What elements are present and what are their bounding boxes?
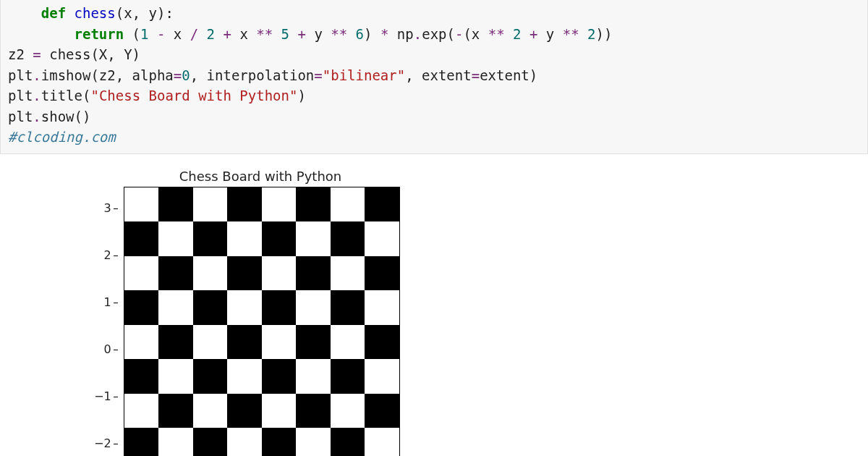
- board-square: [158, 394, 193, 428]
- board-square: [227, 428, 262, 456]
- board-square: [262, 325, 297, 360]
- board-square: [365, 256, 399, 291]
- board-square: [262, 428, 297, 456]
- board-square: [262, 394, 297, 428]
- board-square: [227, 187, 262, 222]
- board-square: [331, 394, 365, 428]
- board-square: [262, 221, 297, 256]
- board-square: [296, 428, 331, 456]
- board-square: [331, 221, 365, 256]
- board-square: [331, 187, 365, 222]
- board-square: [227, 290, 262, 325]
- kw-def: def: [41, 5, 66, 21]
- board-square: [262, 290, 297, 325]
- code-cell: def chess(x, y): return (1 - x / 2 + x *…: [0, 0, 868, 154]
- board-square: [365, 290, 399, 325]
- board-square: [331, 428, 365, 456]
- board-square: [227, 325, 262, 360]
- board-square: [124, 256, 159, 291]
- board-square: [365, 221, 399, 256]
- board-square: [262, 256, 297, 291]
- board-square: [365, 359, 399, 394]
- board-square: [296, 359, 331, 394]
- code-comment: #clcoding.com: [8, 129, 116, 145]
- board-square: [193, 256, 228, 291]
- board-square: [158, 290, 193, 325]
- y-axis: 3210−1−2−3: [94, 193, 124, 456]
- board-square: [331, 359, 365, 394]
- board-square: [158, 187, 193, 222]
- board-square: [296, 290, 331, 325]
- board-square: [331, 325, 365, 360]
- board-square: [365, 187, 399, 222]
- board-square: [227, 394, 262, 428]
- board-square: [365, 428, 399, 456]
- board-square: [124, 394, 159, 428]
- board-square: [124, 290, 159, 325]
- chessboard: [124, 187, 399, 457]
- board-square: [331, 290, 365, 325]
- board-square: [193, 359, 228, 394]
- board-square: [193, 325, 228, 360]
- board-square: [227, 359, 262, 394]
- board-square: [296, 187, 331, 222]
- board-square: [296, 221, 331, 256]
- board-square: [227, 221, 262, 256]
- board-square: [193, 290, 228, 325]
- board-square: [158, 221, 193, 256]
- kw-return: return: [75, 26, 124, 42]
- board-square: [262, 359, 297, 394]
- board-square: [296, 394, 331, 428]
- plot-output: Chess Board with Python 3210−1−2−3: [0, 154, 868, 457]
- board-square: [193, 221, 228, 256]
- board-square: [124, 221, 159, 256]
- board-square: [262, 187, 297, 222]
- board-square: [296, 325, 331, 360]
- fn-chess: chess: [75, 5, 116, 21]
- board-square: [365, 394, 399, 428]
- board-square: [124, 187, 159, 222]
- board-square: [124, 325, 159, 360]
- board-square: [193, 394, 228, 428]
- board-square: [365, 325, 399, 360]
- board-square: [124, 428, 159, 456]
- board-square: [331, 256, 365, 291]
- board-square: [124, 359, 159, 394]
- board-square: [158, 428, 193, 456]
- board-square: [158, 256, 193, 291]
- board-square: [158, 325, 193, 360]
- board-square: [193, 428, 228, 456]
- board-square: [296, 256, 331, 291]
- board-square: [193, 187, 228, 222]
- board-square: [158, 359, 193, 394]
- plot-title: Chess Board with Python: [123, 169, 398, 184]
- board-square: [227, 256, 262, 291]
